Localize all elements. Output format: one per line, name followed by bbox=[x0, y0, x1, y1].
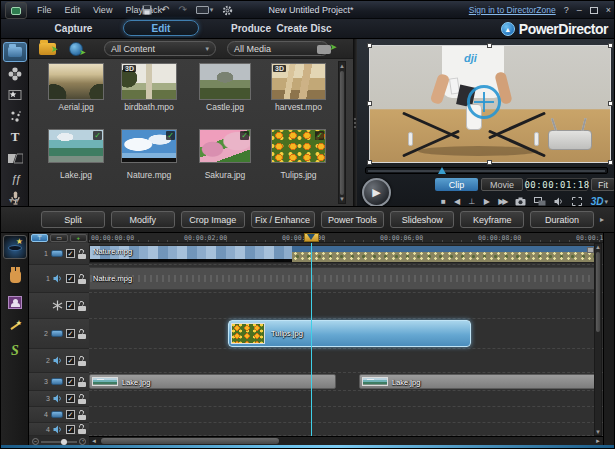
track-enable-checkbox[interactable]: ✓ bbox=[66, 356, 75, 365]
selection-handle[interactable] bbox=[367, 160, 372, 165]
duration-button[interactable]: Duration bbox=[530, 211, 594, 228]
track-header-fx[interactable]: ✓ bbox=[29, 293, 89, 319]
track-header-audio-2[interactable]: 2 ✓ bbox=[29, 349, 89, 373]
sign-in-link[interactable]: Sign in to DirectorZone bbox=[469, 5, 556, 15]
track-header-video-3[interactable]: 3 ✓ bbox=[29, 373, 89, 391]
track-header-audio-3[interactable]: 3 ✓ bbox=[29, 391, 89, 407]
track-audio-3[interactable] bbox=[89, 391, 605, 407]
particle-room-button[interactable] bbox=[3, 107, 27, 125]
track-lock-icon[interactable] bbox=[78, 301, 86, 311]
tab-create-disc[interactable]: Create Disc bbox=[273, 19, 335, 39]
play-button[interactable]: ▶ bbox=[362, 178, 391, 207]
media-item-nature[interactable]: ✓ Nature.mpg bbox=[121, 129, 177, 163]
range-select-button[interactable]: ▭ bbox=[50, 234, 67, 242]
keyframe-button[interactable]: Keyframe bbox=[460, 211, 524, 228]
split-button[interactable]: Split bbox=[41, 211, 105, 228]
library-scrollbar-thumb[interactable] bbox=[340, 71, 344, 195]
track-video-1[interactable]: Nature.mpg bbox=[89, 243, 605, 265]
media-item-birdbath[interactable]: 3D birdbath.mpo bbox=[121, 63, 177, 100]
track-lock-icon[interactable] bbox=[78, 249, 86, 259]
undo-icon[interactable]: ↶ bbox=[161, 5, 169, 15]
timecode-display[interactable]: 00:00:01:18 bbox=[526, 178, 588, 191]
magic-music-button[interactable]: S bbox=[1, 341, 29, 359]
close-button[interactable]: × bbox=[606, 6, 611, 15]
add-track-button[interactable]: + bbox=[70, 234, 87, 242]
playhead-marker[interactable] bbox=[304, 233, 319, 243]
menu-file[interactable]: File bbox=[37, 5, 52, 15]
magic-motion-button[interactable] bbox=[1, 295, 29, 313]
pause-button[interactable]: ⊥ bbox=[469, 198, 476, 206]
help-button[interactable]: ? bbox=[564, 6, 569, 15]
selection-handle[interactable] bbox=[367, 101, 372, 106]
track-lock-icon[interactable] bbox=[78, 329, 86, 339]
library-capture-icon[interactable]: ➤ bbox=[317, 43, 337, 55]
zoom-slider-handle[interactable] bbox=[61, 439, 67, 445]
track-header-video-4[interactable]: 4 ✓ bbox=[29, 407, 89, 423]
media-item-harvest[interactable]: 3D harvest.mpo bbox=[271, 63, 326, 100]
track-video-2[interactable]: Tulips.jpg bbox=[89, 319, 605, 349]
selection-handle[interactable] bbox=[367, 43, 372, 48]
track-enable-checkbox[interactable]: ✓ bbox=[66, 329, 75, 338]
tab-capture[interactable]: Capture bbox=[46, 19, 101, 39]
power-tools-button[interactable]: Power Tools bbox=[321, 211, 385, 228]
track-lock-icon[interactable] bbox=[78, 394, 86, 404]
timeline-vertical-scrollbar[interactable]: ▲ ▼ bbox=[594, 243, 602, 436]
3d-toggle-button[interactable]: 3D ▾ bbox=[591, 197, 608, 207]
pip-objects-room-button[interactable] bbox=[3, 86, 27, 104]
media-item-sakura[interactable]: ✓ Sakura.jpg bbox=[199, 129, 251, 163]
transition-room-button[interactable] bbox=[3, 149, 27, 167]
fast-forward-button[interactable]: ▶▶ bbox=[498, 198, 506, 206]
clip-lake-2[interactable]: Lake.jpg bbox=[359, 374, 596, 389]
timeline-horizontal-scrollbar[interactable]: ◄ ► bbox=[89, 436, 603, 445]
zoom-fit-dropdown[interactable]: Fit bbox=[591, 178, 615, 191]
tab-produce[interactable]: Produce bbox=[223, 19, 279, 39]
stop-button[interactable]: ■ bbox=[441, 198, 446, 206]
save-icon[interactable] bbox=[142, 5, 152, 15]
track-enable-checkbox[interactable]: ✓ bbox=[66, 249, 75, 258]
seekbar-handle[interactable] bbox=[438, 167, 446, 174]
track-audio-1[interactable]: Nature.mpg bbox=[89, 265, 605, 293]
step-backward-button[interactable]: ◀ bbox=[454, 198, 460, 206]
track-audio-4[interactable] bbox=[89, 423, 605, 436]
selection-handle[interactable] bbox=[487, 160, 492, 165]
horizontal-scrollbar-thumb[interactable] bbox=[101, 438, 279, 444]
snapshot-button[interactable] bbox=[515, 197, 526, 206]
content-filter-dropdown[interactable]: All Content ▾ bbox=[104, 41, 216, 56]
media-room-button[interactable] bbox=[3, 42, 27, 62]
scroll-down-icon[interactable]: ▼ bbox=[595, 429, 601, 435]
download-directorzone-icon[interactable]: ➤ bbox=[69, 42, 83, 56]
magic-movie-wizard-button[interactable]: ★ bbox=[3, 235, 27, 259]
preview-seekbar[interactable] bbox=[365, 167, 608, 174]
track-enable-checkbox[interactable]: ✓ bbox=[66, 394, 75, 403]
magic-style-button[interactable]: ★ bbox=[1, 319, 29, 337]
track-fx[interactable] bbox=[89, 293, 605, 319]
scroll-left-icon[interactable]: ◄ bbox=[91, 438, 97, 445]
track-enable-checkbox[interactable]: ✓ bbox=[66, 410, 75, 419]
zoom-out-icon[interactable]: − bbox=[32, 438, 39, 445]
selection-handle[interactable] bbox=[608, 160, 613, 165]
track-enable-checkbox[interactable]: ✓ bbox=[66, 274, 75, 283]
track-enable-checkbox[interactable]: ✓ bbox=[66, 425, 75, 434]
drag-hand-button[interactable] bbox=[1, 269, 29, 287]
track-video-3[interactable]: Lake.jpg Lake.jpg bbox=[89, 373, 605, 391]
track-audio-2[interactable] bbox=[89, 349, 605, 373]
preview-quality-button[interactable] bbox=[534, 197, 546, 206]
movie-mode-tab[interactable]: Movie bbox=[481, 178, 523, 191]
zoom-slider[interactable] bbox=[41, 441, 77, 443]
timeline-scrollbar-thumb[interactable] bbox=[596, 252, 600, 332]
clip-nature-video[interactable]: Nature.mpg bbox=[89, 245, 596, 263]
media-item-lake[interactable]: ✓ Lake.jpg bbox=[48, 129, 104, 163]
import-media-folder-icon[interactable]: ➤ bbox=[39, 43, 56, 55]
preview-video[interactable]: dji bbox=[369, 45, 611, 163]
track-lock-icon[interactable] bbox=[78, 377, 86, 387]
media-item-castle[interactable]: Castle.jpg bbox=[199, 63, 251, 100]
clip-lake-1[interactable]: Lake.jpg bbox=[89, 374, 336, 389]
media-item-tulips[interactable]: ✓ Tulips.jpg bbox=[271, 129, 326, 163]
track-lock-icon[interactable] bbox=[78, 424, 86, 434]
volume-button[interactable] bbox=[554, 197, 564, 206]
track-lock-icon[interactable] bbox=[78, 274, 86, 284]
menu-view[interactable]: View bbox=[93, 5, 112, 15]
room-rail-expand-button[interactable]: ▾▾ bbox=[3, 196, 27, 205]
track-lock-icon[interactable] bbox=[78, 410, 86, 420]
redo-icon[interactable]: ↷ bbox=[178, 5, 186, 15]
